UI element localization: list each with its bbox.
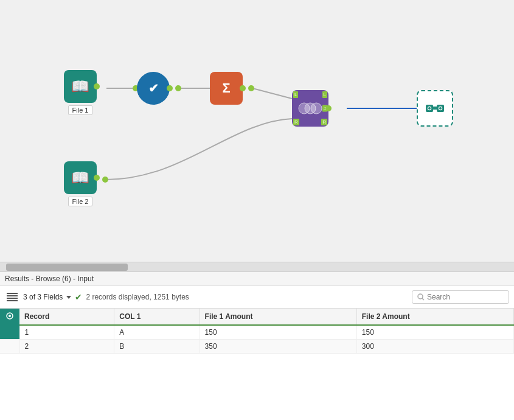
- node-file1[interactable]: 📖 File 1: [64, 70, 97, 115]
- table-header-row: Record COL 1 File 1 Amount File 2 Amount: [0, 309, 514, 325]
- connector-dot-3: [248, 85, 254, 91]
- fields-label: 3 of 3 Fields: [23, 293, 63, 301]
- node-browse[interactable]: [417, 90, 453, 127]
- svg-rect-9: [432, 107, 437, 110]
- col-header-record: Record: [19, 309, 114, 325]
- workflow-canvas: 📖 File 1 ✔ Σ L: [0, 0, 514, 262]
- row-icon-header: [0, 309, 19, 325]
- svg-line-19: [422, 298, 424, 300]
- cell-record: 2: [19, 340, 114, 354]
- results-panel: Results - Browse (6) - Input 3 of 3 Fiel…: [0, 271, 514, 354]
- node-select[interactable]: ✔: [137, 72, 170, 105]
- fields-dropdown[interactable]: 3 of 3 Fields: [23, 293, 71, 301]
- cell-file1amount: 150: [200, 325, 356, 340]
- connector-dot-2: [175, 85, 181, 91]
- cell-col1: A: [114, 325, 200, 340]
- col-header-file1amount: File 1 Amount: [200, 309, 356, 325]
- file1-icon: 📖: [71, 78, 89, 95]
- sum-output-dot: [240, 85, 246, 91]
- browse-binoculars-svg: [425, 100, 445, 117]
- row-icon-cell: [0, 340, 19, 354]
- cell-file1amount: 350: [200, 340, 356, 354]
- records-info: 2 records displayed, 1251 bytes: [86, 293, 189, 301]
- file2-output-dot: [94, 175, 100, 181]
- join-R-right: R: [321, 119, 327, 125]
- join-R-left: R: [293, 119, 299, 125]
- horizontal-scrollbar[interactable]: [0, 262, 514, 271]
- connector-dot-4: [102, 177, 108, 183]
- svg-rect-14: [7, 293, 18, 294]
- select-check-icon: ✔: [148, 81, 159, 96]
- table-row: 2 B 350 300: [0, 340, 514, 354]
- row-icon-cell: [0, 325, 19, 340]
- col-header-file2amount: File 2 Amount: [356, 309, 513, 325]
- connector-lines: [0, 0, 514, 262]
- select-output-dot: [167, 85, 173, 91]
- join-L-left: L: [293, 91, 298, 98]
- svg-point-13: [439, 107, 442, 110]
- svg-point-18: [418, 294, 423, 299]
- cell-col1: B: [114, 340, 200, 354]
- svg-point-12: [428, 107, 431, 110]
- menu-icon[interactable]: [5, 290, 19, 304]
- sum-icon: Σ: [222, 80, 230, 96]
- file1-label: File 1: [68, 105, 93, 115]
- search-box[interactable]: [412, 290, 509, 304]
- cell-file2amount: 300: [356, 340, 513, 354]
- search-icon: [417, 293, 425, 301]
- cell-file2amount: 150: [356, 325, 513, 340]
- col-header-col1: COL 1: [114, 309, 200, 325]
- cell-record: 1: [19, 325, 114, 340]
- join-output-dot: [325, 105, 332, 111]
- table-body: 1 A 150 150 2 B 350 300: [0, 325, 514, 354]
- toolbar-left: 3 of 3 Fields ✔ 2 records displayed, 125…: [5, 290, 407, 304]
- join-L-right: L: [322, 91, 327, 98]
- scrollbar-thumb[interactable]: [6, 264, 128, 271]
- svg-rect-16: [7, 298, 18, 299]
- chevron-down-icon: [66, 296, 71, 299]
- file2-label: File 2: [68, 197, 93, 206]
- eye-icon: [5, 312, 15, 320]
- node-file2[interactable]: 📖 File 2: [64, 161, 97, 206]
- search-input[interactable]: [427, 293, 500, 301]
- table-row: 1 A 150 150: [0, 325, 514, 340]
- results-table: Record COL 1 File 1 Amount File 2 Amount…: [0, 309, 514, 354]
- node-join[interactable]: L L J R R: [292, 90, 328, 127]
- svg-rect-17: [7, 300, 18, 301]
- check-mark-icon: ✔: [75, 292, 82, 302]
- svg-point-21: [9, 315, 11, 317]
- join-circles-svg: [298, 99, 322, 117]
- file2-icon: 📖: [71, 169, 89, 186]
- svg-rect-15: [7, 295, 18, 296]
- node-sum[interactable]: Σ: [210, 72, 243, 105]
- svg-point-6: [311, 103, 322, 114]
- file1-output-dot: [94, 83, 100, 89]
- results-header: Results - Browse (6) - Input: [0, 272, 514, 286]
- results-toolbar: 3 of 3 Fields ✔ 2 records displayed, 125…: [0, 286, 514, 309]
- svg-line-2: [252, 88, 292, 99]
